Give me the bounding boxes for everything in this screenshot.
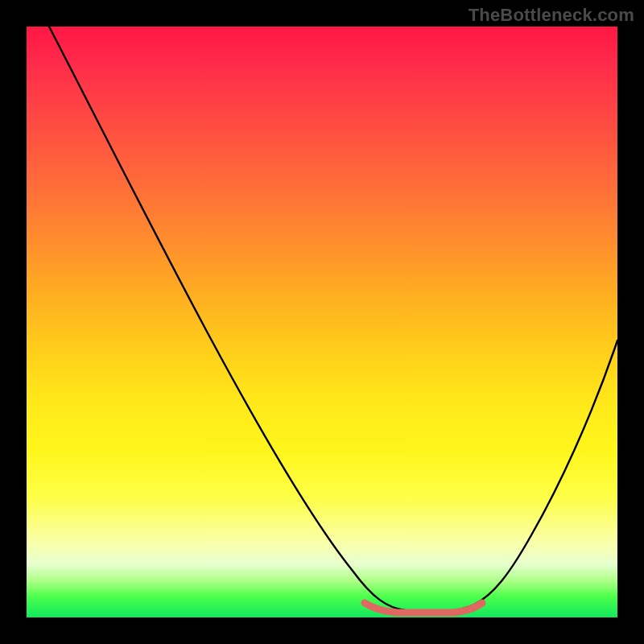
curve-layer xyxy=(27,27,617,617)
chart-container: TheBottleneck.com xyxy=(0,0,644,644)
flat-bottom-highlight xyxy=(365,603,482,613)
watermark-text: TheBottleneck.com xyxy=(469,5,634,26)
bottleneck-curve xyxy=(49,27,617,612)
plot-area xyxy=(27,27,617,617)
